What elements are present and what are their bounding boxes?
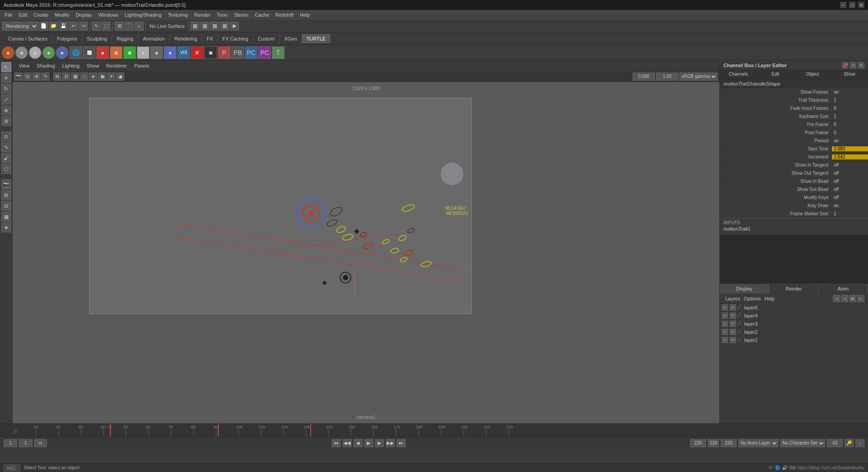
icon-env[interactable]: 🌐 bbox=[69, 46, 82, 59]
end-range2-input[interactable] bbox=[721, 439, 737, 447]
frame-number-input[interactable] bbox=[827, 439, 843, 447]
menu-redshift[interactable]: Redshift bbox=[273, 11, 296, 18]
tab-custom[interactable]: Custom bbox=[253, 34, 280, 43]
menu-modify[interactable]: Modify bbox=[52, 11, 72, 18]
layer2-v-btn[interactable]: V bbox=[722, 329, 728, 335]
char-set-select[interactable]: No Character Set bbox=[780, 439, 825, 447]
ch-tab-object[interactable]: Object bbox=[794, 70, 831, 79]
snap-to-grid-btn[interactable]: ⊟ bbox=[62, 73, 70, 81]
play-btn[interactable]: ▶ bbox=[364, 439, 373, 447]
dra-tab-render[interactable]: Render bbox=[769, 284, 819, 294]
quick-select-btn[interactable]: ⬡ bbox=[1, 164, 11, 174]
layout-btn3[interactable]: ▦ bbox=[1, 212, 11, 222]
layers-menu-options[interactable]: Options bbox=[742, 295, 763, 302]
center-btn[interactable]: ⊕ bbox=[32, 73, 41, 81]
dra-tab-anim[interactable]: Anim bbox=[818, 284, 868, 294]
icon-gray-sphere[interactable]: ● bbox=[137, 46, 149, 59]
channel-pin-btn[interactable]: 📌 bbox=[842, 62, 848, 68]
vp-menu-panels[interactable]: Panels bbox=[131, 62, 152, 69]
tab-polygons[interactable]: Polygons bbox=[52, 34, 82, 43]
menu-display[interactable]: Display bbox=[73, 11, 95, 18]
layers-menu-help[interactable]: Help bbox=[763, 295, 777, 302]
select-tool[interactable]: ↖ bbox=[92, 22, 101, 31]
tab-turtle[interactable]: TURTLE bbox=[302, 34, 331, 43]
soft-select-btn[interactable]: ⊙ bbox=[1, 132, 11, 141]
ch-tab-show[interactable]: Show bbox=[831, 70, 868, 79]
prop-val-increment[interactable]: 1.042 bbox=[832, 154, 868, 159]
tab-fx-caching[interactable]: FX Caching bbox=[218, 34, 253, 43]
layer2-name[interactable]: layer2 bbox=[742, 329, 758, 335]
prop-val-show-out-bead[interactable]: off bbox=[832, 187, 868, 192]
icon-turtle[interactable]: T bbox=[272, 46, 285, 59]
goto-start-btn[interactable]: ⏮ bbox=[332, 439, 341, 447]
camera-btn[interactable]: 📷 bbox=[1, 179, 11, 189]
layer1-name[interactable]: layer1 bbox=[742, 337, 758, 343]
select-tool-btn[interactable]: ↖ bbox=[1, 62, 11, 72]
show-manipulator-btn[interactable]: ⊕ bbox=[1, 105, 11, 115]
tab-curves-surfaces[interactable]: Curves / Surfaces bbox=[4, 34, 52, 43]
icon-dark-sphere[interactable]: ● bbox=[150, 46, 163, 59]
ch-tab-channels[interactable]: Channels bbox=[720, 70, 757, 79]
prop-val-fade-inout[interactable]: 0 bbox=[832, 106, 868, 111]
prop-val-keyframe-size[interactable]: 1 bbox=[832, 114, 868, 119]
next-key-btn[interactable]: ▶▶ bbox=[386, 439, 395, 447]
vp-menu-show[interactable]: Show bbox=[84, 62, 102, 69]
smooth-btn[interactable]: ● bbox=[89, 73, 97, 81]
layer1-v-btn[interactable]: V bbox=[722, 337, 728, 343]
prop-val-xray-draw[interactable]: on bbox=[832, 203, 868, 208]
scale-tool-btn[interactable]: ⤢ bbox=[1, 95, 11, 104]
tab-sculpting[interactable]: Sculpting bbox=[82, 34, 112, 43]
paint-select-btn[interactable]: ✎ bbox=[41, 73, 50, 81]
icon-green[interactable]: ■ bbox=[123, 46, 136, 59]
menu-cache[interactable]: Cache bbox=[252, 11, 272, 18]
layer5-v-btn[interactable]: V bbox=[722, 304, 728, 311]
close-button[interactable]: ✕ bbox=[858, 2, 864, 8]
lasso-tool[interactable]: ⬚ bbox=[102, 22, 111, 31]
prop-val-show-out-tangent[interactable]: off bbox=[832, 171, 868, 176]
dra-tab-display[interactable]: Display bbox=[720, 284, 769, 294]
shadow-btn[interactable]: ◕ bbox=[116, 73, 124, 81]
artisan-btn[interactable]: 🖌 bbox=[1, 153, 11, 163]
layout-btn2[interactable]: ⊟ bbox=[1, 201, 11, 211]
new-scene-button[interactable]: 📄 bbox=[39, 22, 48, 31]
prop-val-trail-thickness[interactable]: 1 bbox=[832, 98, 868, 103]
bookmark-btn[interactable]: ★ bbox=[1, 222, 11, 232]
vp-menu-lighting[interactable]: Lighting bbox=[59, 62, 82, 69]
tab-animation[interactable]: Animation bbox=[138, 34, 170, 43]
open-scene-button[interactable]: 📁 bbox=[49, 22, 58, 31]
snap-point[interactable]: + bbox=[135, 22, 144, 31]
prop-val-pinned[interactable]: on bbox=[832, 138, 868, 143]
icon-plugin3[interactable]: PC bbox=[245, 46, 258, 59]
layer3-p-btn[interactable]: P bbox=[730, 321, 736, 327]
render-btn1[interactable]: ▦ bbox=[190, 22, 199, 31]
mel-button[interactable]: MEL bbox=[4, 464, 20, 472]
next-frame-btn[interactable]: ▶ bbox=[375, 439, 384, 447]
texture-btn[interactable]: ▣ bbox=[98, 73, 106, 81]
render-btn3[interactable]: ▦ bbox=[210, 22, 219, 31]
snap-curve[interactable]: ⌒ bbox=[125, 22, 134, 31]
maximize-button[interactable]: □ bbox=[849, 2, 855, 8]
minimize-button[interactable]: ─ bbox=[840, 2, 846, 8]
layer4-p-btn[interactable]: P bbox=[730, 313, 736, 319]
prop-val-show-in-tangent[interactable]: off bbox=[832, 163, 868, 168]
viewport-canvas[interactable]: 1920 x 1080 bbox=[13, 82, 719, 423]
rendering-mode-select[interactable]: Rendering bbox=[2, 22, 38, 31]
vp-menu-view[interactable]: View bbox=[16, 62, 32, 69]
menu-windows[interactable]: Windows bbox=[95, 11, 121, 18]
prev-key-btn[interactable]: ◀◀ bbox=[343, 439, 352, 447]
undo-button[interactable]: ↩ bbox=[69, 22, 78, 31]
layer4-v-btn[interactable]: V bbox=[722, 313, 728, 319]
channel-close-btn[interactable]: ✕ bbox=[858, 62, 864, 68]
gamma-input[interactable] bbox=[656, 73, 678, 81]
wireframe-btn[interactable]: □ bbox=[80, 73, 88, 81]
ch-tab-edit[interactable]: Edit bbox=[757, 70, 794, 79]
prev-frame-btn[interactable]: ◀ bbox=[353, 439, 362, 447]
layer1-p-btn[interactable]: P bbox=[730, 337, 736, 343]
layer2-p-btn[interactable]: P bbox=[730, 329, 736, 335]
object-mode-btn[interactable]: ▦ bbox=[71, 73, 79, 81]
prop-val-start-time[interactable]: 2.083 bbox=[832, 146, 868, 151]
menu-file[interactable]: File bbox=[2, 11, 15, 18]
prop-val-post-frame[interactable]: 0 bbox=[832, 130, 868, 135]
prop-val-frame-marker-size[interactable]: 1 bbox=[832, 211, 868, 216]
window-controls[interactable]: ─ □ ✕ bbox=[840, 2, 864, 8]
